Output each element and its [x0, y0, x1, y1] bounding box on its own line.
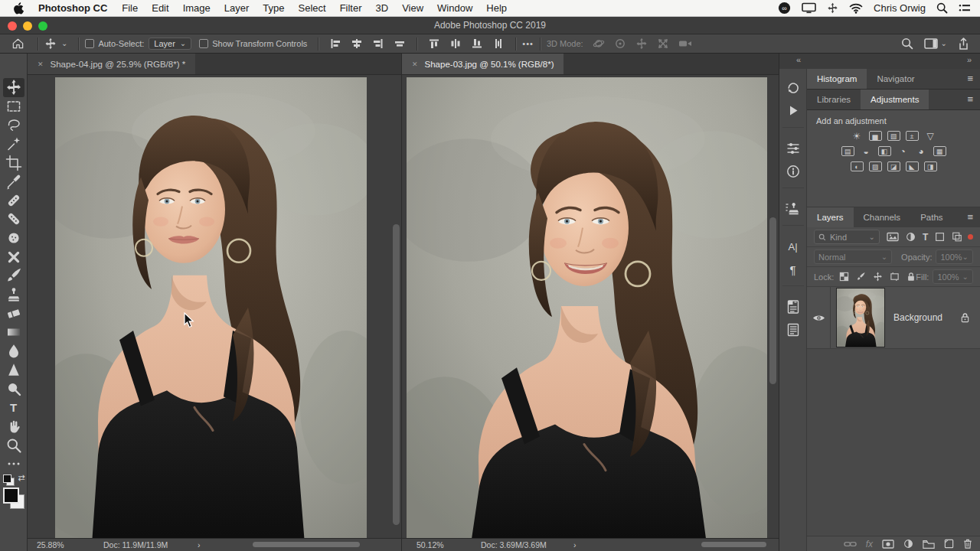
new-layer-icon[interactable] [944, 539, 954, 549]
zoom-level-field[interactable]: 50.12% [416, 540, 444, 549]
lock-image-icon[interactable] [856, 272, 866, 282]
close-tab-icon[interactable]: ✕ [412, 60, 418, 68]
3d-roll-icon[interactable] [614, 37, 626, 50]
move-tool-options-icon[interactable] [44, 37, 57, 50]
menubar-username[interactable]: Chris Orwig [874, 2, 926, 14]
add-layer-mask-icon[interactable] [882, 540, 894, 549]
auto-select-target-dropdown[interactable]: Layer ⌄ [149, 37, 191, 50]
levels-icon[interactable]: ▅ [869, 131, 882, 141]
collapse-panels-left-icon[interactable]: « [796, 55, 802, 64]
posterize-icon[interactable]: ▨ [869, 161, 882, 171]
menu-3d[interactable]: 3D [369, 2, 396, 14]
black-white-icon[interactable]: ◧ [878, 146, 891, 156]
properties-panel-icon[interactable] [782, 137, 805, 160]
menu-view[interactable]: View [395, 2, 430, 14]
threshold-icon[interactable]: ◪ [887, 161, 900, 171]
channel-mixer-icon[interactable]: ◕ [915, 146, 928, 156]
character-panel-icon[interactable]: A| [782, 235, 805, 258]
notification-center-icon[interactable] [959, 3, 971, 13]
sponge-tool[interactable] [3, 229, 24, 248]
filter-adjustment-layers-icon[interactable] [906, 232, 916, 242]
show-transform-checkbox[interactable] [199, 39, 208, 48]
filter-toggle-indicator[interactable] [968, 234, 973, 240]
filter-smart-objects-icon[interactable] [952, 232, 962, 242]
spot-healing-brush-tool[interactable] [3, 191, 24, 210]
panel-menu-icon[interactable]: ≡ [967, 69, 973, 89]
healing-brush-tool[interactable] [3, 210, 24, 229]
new-adjustment-layer-icon[interactable] [903, 539, 913, 549]
blend-mode-dropdown[interactable]: Normal ⌄ [814, 249, 892, 264]
align-right-edges-icon[interactable] [372, 37, 384, 50]
align-left-edges-icon[interactable] [329, 37, 341, 50]
edit-toolbar-button[interactable] [3, 455, 24, 474]
3d-slide-icon[interactable] [657, 37, 669, 50]
lock-artboard-icon[interactable] [890, 272, 900, 282]
tab-libraries[interactable]: Libraries [807, 90, 861, 109]
tab-adjustments[interactable]: Adjustments [861, 90, 929, 109]
menu-layer[interactable]: Layer [217, 2, 256, 14]
minimize-window-button[interactable] [23, 21, 32, 31]
hand-tool[interactable] [3, 417, 24, 436]
tab-navigator[interactable]: Navigator [867, 69, 924, 89]
zoom-tool[interactable] [3, 435, 24, 455]
rectangular-marquee-tool[interactable] [3, 97, 24, 116]
align-top-edges-icon[interactable] [428, 37, 440, 50]
align-horizontal-centers-icon[interactable] [351, 37, 363, 50]
color-balance-icon[interactable]: ◒ [860, 146, 873, 156]
tool-preset-chevron-icon[interactable]: ⌄ [61, 41, 67, 46]
close-window-button[interactable] [8, 21, 17, 31]
search-icon[interactable] [901, 37, 913, 50]
opacity-field[interactable]: 100% ⌄ [936, 249, 973, 264]
document-tab-shape04[interactable]: ✕ Shape-04.jpg @ 25.9% (RGB/8*) * [28, 54, 195, 74]
color-lookup-icon[interactable]: ▦ [933, 146, 946, 156]
menu-image[interactable]: Image [176, 2, 217, 14]
layer-name[interactable]: Background [893, 312, 942, 323]
canvas-area-right[interactable] [402, 75, 779, 538]
photo-shape04[interactable] [55, 77, 367, 538]
close-tab-icon[interactable]: ✕ [38, 60, 44, 68]
gradient-tool[interactable] [3, 323, 24, 342]
display-menu-icon[interactable] [802, 2, 816, 14]
align-bottom-edges-icon[interactable] [471, 37, 483, 50]
lock-transparency-icon[interactable] [839, 272, 849, 282]
menu-help[interactable]: Help [479, 2, 514, 14]
delete-layer-icon[interactable] [963, 539, 972, 549]
status-menu-arrow-icon[interactable]: › [198, 540, 201, 549]
3d-pan-icon[interactable] [635, 37, 648, 50]
layer-style-icon[interactable]: fx [866, 539, 873, 549]
app-menu[interactable]: Photoshop CC [31, 2, 115, 14]
filter-type-layers-icon[interactable]: T [923, 232, 928, 243]
info-panel-icon[interactable] [782, 160, 805, 183]
layer-thumbnail[interactable] [836, 288, 885, 347]
menu-file[interactable]: File [115, 2, 145, 14]
workspace-switcher[interactable]: ⌄ [924, 38, 947, 49]
wifi-icon[interactable] [849, 3, 863, 14]
layer-row-background[interactable]: Background [807, 287, 980, 349]
apple-menu-icon[interactable] [6, 2, 31, 15]
distribute-horizontal-icon[interactable] [449, 37, 462, 50]
tab-histogram[interactable]: Histogram [807, 69, 867, 89]
zoom-level-field[interactable]: 25.88% [37, 540, 64, 549]
history-panel-icon[interactable] [782, 77, 805, 99]
document-tab-shape03[interactable]: ✕ Shape-03.jpg @ 50.1% (RGB/8*) [402, 54, 564, 74]
vertical-scrollbar-right[interactable] [769, 217, 776, 384]
eraser-tool[interactable] [3, 304, 24, 323]
menu-filter[interactable]: Filter [333, 2, 369, 14]
gradient-map-icon[interactable]: ◣ [906, 161, 919, 171]
clone-stamp-tool[interactable] [3, 285, 24, 305]
brightness-contrast-icon[interactable]: ☀ [851, 131, 864, 141]
paragraph-styles-panel-icon[interactable] [782, 318, 805, 341]
align-vertical-centers-icon[interactable] [394, 37, 406, 50]
eyedropper-tool[interactable] [3, 172, 24, 191]
invert-icon[interactable]: ◐ [851, 161, 864, 171]
brush-tool[interactable] [3, 266, 24, 285]
lasso-tool[interactable] [3, 116, 24, 135]
new-group-icon[interactable] [923, 540, 935, 549]
blur-tool[interactable] [3, 341, 24, 360]
tab-paths[interactable]: Paths [910, 207, 952, 227]
share-icon[interactable] [958, 37, 969, 51]
crop-tool[interactable] [3, 153, 24, 172]
menu-type[interactable]: Type [256, 2, 291, 14]
zoom-window-button[interactable] [38, 21, 47, 31]
home-button[interactable] [11, 37, 25, 51]
